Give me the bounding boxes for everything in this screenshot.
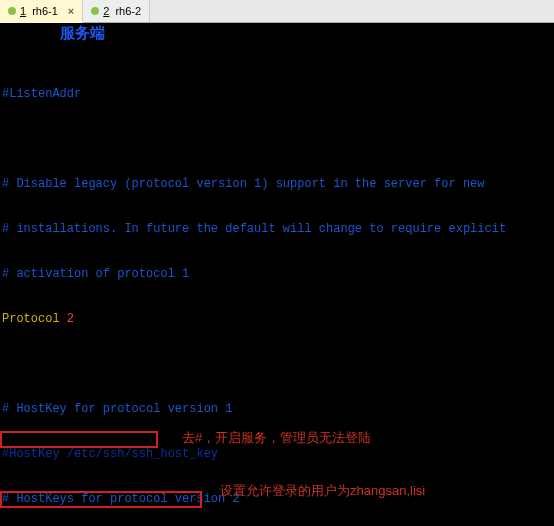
tab-spacer: [150, 0, 554, 22]
config-comment: # Disable legacy (protocol version 1) su…: [2, 177, 484, 191]
annotation-label-permitrootlogin: 去#，开启服务，管理员无法登陆: [182, 430, 371, 445]
tab-label: rh6-2: [115, 5, 141, 17]
terminal-viewport[interactable]: 服务端 #ListenAddr # Disable legacy (protoc…: [0, 23, 554, 526]
config-comment: # activation of protocol 1: [2, 267, 189, 281]
editor-window: 1 rh6-1 × 2 rh6-2 服务端 #ListenAddr # Disa…: [0, 0, 554, 526]
blank-line: [2, 357, 552, 372]
config-comment: # installations. In future the default w…: [2, 222, 506, 236]
config-comment: # HostKey for protocol version 1: [2, 402, 232, 416]
config-comment: #ListenAddr: [2, 87, 81, 101]
tab-label: rh6-1: [32, 5, 58, 17]
tab-rh6-2[interactable]: 2 rh6-2: [83, 0, 150, 22]
config-comment: # HostKeys for protocol version 2: [2, 492, 240, 506]
tab-number: 1: [20, 5, 26, 17]
status-dot-icon: [8, 7, 16, 15]
config-comment: #HostKey /etc/ssh/ssh_host_key: [2, 447, 218, 461]
blank-line: [2, 132, 552, 147]
close-icon[interactable]: ×: [68, 5, 74, 17]
config-directive-protocol: Protocol 2: [2, 312, 552, 327]
annotation-label-allowusers: 设置允许登录的用户为zhangsan,lisi: [220, 483, 425, 498]
tab-number: 2: [103, 5, 109, 17]
tab-bar: 1 rh6-1 × 2 rh6-2: [0, 0, 554, 23]
status-dot-icon: [91, 7, 99, 15]
tab-rh6-1[interactable]: 1 rh6-1 ×: [0, 0, 83, 23]
overlay-title: 服务端: [60, 25, 105, 40]
annotation-box-permitrootlogin: [0, 431, 158, 448]
